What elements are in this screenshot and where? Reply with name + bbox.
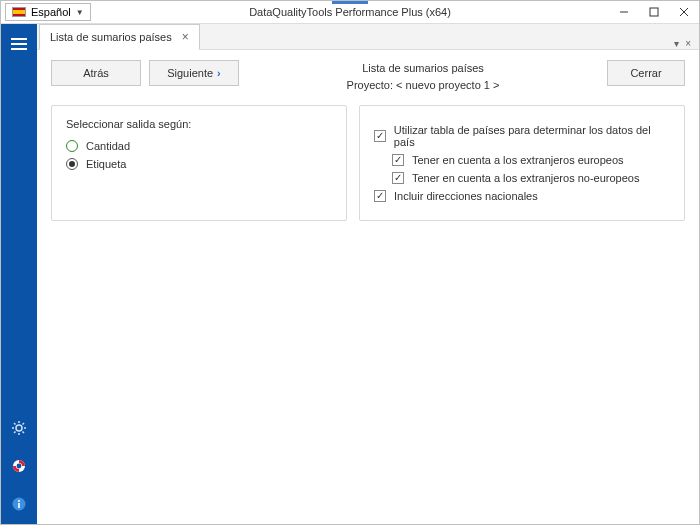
checkbox-euro-foreigners-label: Tener en cuenta a los extranjeros europe…: [412, 154, 624, 166]
tab-label: Lista de sumarios países: [50, 31, 172, 43]
close-label: Cerrar: [630, 67, 661, 79]
radio-icon-unselected: [66, 140, 78, 152]
svg-line-9: [14, 423, 16, 425]
info-icon: [11, 496, 27, 512]
svg-point-4: [16, 425, 22, 431]
chevron-right-icon: ›: [217, 67, 221, 79]
radio-quantity[interactable]: Cantidad: [66, 140, 332, 152]
flag-spain-icon: [12, 7, 26, 17]
language-label: Español: [31, 6, 71, 18]
output-selection-panel: Seleccionar salida según: Cantidad Etiqu…: [51, 105, 347, 221]
titlebar: Español ▼ DataQualityTools Performance P…: [1, 1, 699, 24]
next-label: Siguiente: [167, 67, 213, 79]
window-close-button[interactable]: [669, 1, 699, 23]
main: Lista de sumarios países × ▾ × Atrás Sig…: [37, 24, 699, 524]
checkbox-use-country-table-label: Utilizar tabla de países para determinar…: [394, 124, 670, 148]
lifebuoy-icon: [11, 458, 27, 474]
tab-menu-icon[interactable]: ▾: [674, 38, 679, 49]
tab-closeall-icon[interactable]: ×: [685, 38, 691, 49]
next-button[interactable]: Siguiente ›: [149, 60, 239, 86]
checkbox-checked-icon: ✓: [374, 190, 386, 202]
tab-options: ▾ ×: [674, 38, 699, 49]
radio-icon-selected: [66, 158, 78, 170]
app-title: DataQualityTools Performance Plus (x64): [249, 6, 451, 18]
back-label: Atrás: [83, 67, 109, 79]
panels: Seleccionar salida según: Cantidad Etiqu…: [37, 101, 699, 225]
country-options-panel: ✓ Utilizar tabla de países para determin…: [359, 105, 685, 221]
caret-down-icon: ▼: [76, 8, 84, 17]
menu-button[interactable]: [1, 30, 37, 58]
checkbox-noneuro-foreigners[interactable]: ✓ Tener en cuenta a los extranjeros no-e…: [392, 172, 670, 184]
checkbox-checked-icon: ✓: [374, 130, 386, 142]
back-button[interactable]: Atrás: [51, 60, 141, 86]
svg-point-14: [17, 464, 22, 469]
checkbox-use-country-table[interactable]: ✓ Utilizar tabla de países para determin…: [374, 124, 670, 148]
tabstrip: Lista de sumarios países × ▾ ×: [37, 24, 699, 50]
radio-label-label: Etiqueta: [86, 158, 126, 170]
checkbox-noneuro-foreigners-label: Tener en cuenta a los extranjeros no-eur…: [412, 172, 639, 184]
sidebar: [1, 24, 37, 524]
settings-button[interactable]: [1, 414, 37, 442]
info-button[interactable]: [1, 490, 37, 518]
help-button[interactable]: [1, 452, 37, 480]
checkbox-checked-icon: ✓: [392, 172, 404, 184]
language-selector[interactable]: Español ▼: [5, 3, 91, 21]
close-button[interactable]: Cerrar: [607, 60, 685, 86]
output-selection-title: Seleccionar salida según:: [66, 118, 332, 130]
toolbar: Atrás Siguiente › Lista de sumarios país…: [37, 50, 699, 101]
checkbox-checked-icon: ✓: [392, 154, 404, 166]
checkbox-euro-foreigners[interactable]: ✓ Tener en cuenta a los extranjeros euro…: [392, 154, 670, 166]
checkbox-include-national[interactable]: ✓ Incluir direcciones nacionales: [374, 190, 670, 202]
minimize-button[interactable]: [609, 1, 639, 23]
nav-buttons: Atrás Siguiente ›: [51, 60, 239, 86]
svg-line-11: [23, 423, 25, 425]
header-info: Lista de sumarios países Proyecto: < nue…: [239, 60, 607, 93]
radio-label[interactable]: Etiqueta: [66, 158, 332, 170]
minimize-icon: [619, 7, 629, 17]
body: Lista de sumarios países × ▾ × Atrás Sig…: [1, 24, 699, 524]
gear-icon: [11, 420, 27, 436]
window-controls: [609, 1, 699, 23]
app-window: Español ▼ DataQualityTools Performance P…: [0, 0, 700, 525]
radio-quantity-label: Cantidad: [86, 140, 130, 152]
svg-rect-17: [18, 503, 20, 508]
svg-line-10: [23, 432, 25, 434]
project-name: Proyecto: < nuevo proyecto 1 >: [239, 77, 607, 94]
svg-point-16: [18, 500, 20, 502]
hamburger-icon: [11, 38, 27, 50]
checkbox-include-national-label: Incluir direcciones nacionales: [394, 190, 538, 202]
svg-line-12: [14, 432, 16, 434]
close-icon: [679, 7, 689, 17]
svg-rect-1: [650, 8, 658, 16]
title-accent: [332, 1, 368, 4]
tab-close-icon[interactable]: ×: [182, 30, 189, 44]
page-heading: Lista de sumarios países: [239, 60, 607, 77]
maximize-button[interactable]: [639, 1, 669, 23]
maximize-icon: [649, 7, 659, 17]
tab-country-summaries[interactable]: Lista de sumarios países ×: [39, 24, 200, 50]
